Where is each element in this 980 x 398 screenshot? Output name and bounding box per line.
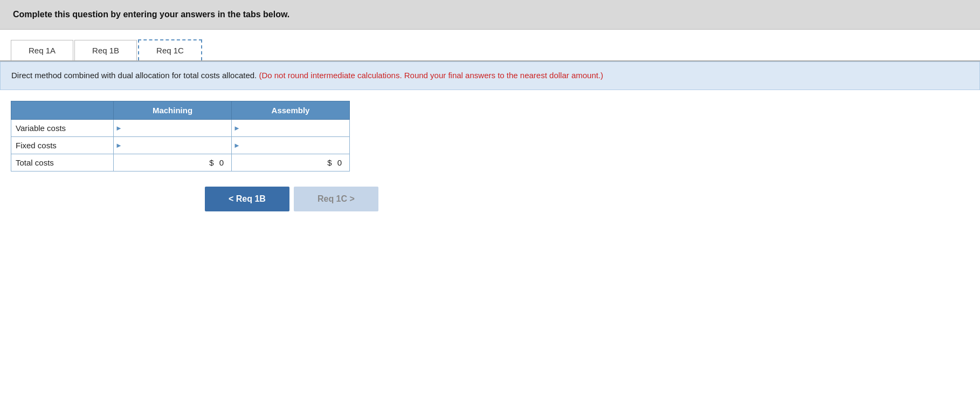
tab-req1c[interactable]: Req 1C: [138, 39, 202, 60]
cost-table: Machining Assembly Variable costs ► ► Fi…: [11, 101, 350, 171]
table-row: Variable costs ► ►: [11, 119, 350, 136]
fixed-machining-input[interactable]: [114, 137, 231, 154]
machining-dollar-sign: $: [209, 158, 213, 167]
next-label: Req 1C: [318, 194, 347, 203]
total-assembly-cell: $ 0: [232, 154, 350, 171]
fixed-machining-cell[interactable]: ►: [114, 136, 232, 154]
next-icon: >: [347, 194, 355, 203]
fixed-assembly-cell[interactable]: ►: [232, 136, 350, 154]
prev-button[interactable]: < Req 1B: [205, 187, 289, 211]
variable-machining-cell[interactable]: ►: [114, 119, 232, 136]
table-row: Fixed costs ► ►: [11, 136, 350, 154]
header-instruction: Complete this question by entering your …: [13, 10, 289, 19]
table-row: Total costs $ 0 $ 0: [11, 154, 350, 171]
col-header-empty: [11, 101, 114, 119]
variable-assembly-input[interactable]: [232, 120, 349, 136]
variable-machining-input[interactable]: [114, 120, 231, 136]
assembly-dollar-sign: $: [327, 158, 332, 167]
fixed-assembly-input[interactable]: [232, 137, 349, 154]
cost-table-section: Machining Assembly Variable costs ► ► Fi…: [0, 90, 980, 171]
total-machining-cell: $ 0: [114, 154, 232, 171]
machining-total-value: 0: [219, 158, 224, 167]
arrow-icon-3: ►: [115, 141, 122, 149]
next-button[interactable]: Req 1C >: [294, 187, 378, 211]
arrow-icon-4: ►: [233, 141, 240, 149]
row-label-variable: Variable costs: [11, 119, 114, 136]
row-label-fixed: Fixed costs: [11, 136, 114, 154]
col-header-assembly: Assembly: [232, 101, 350, 119]
variable-assembly-cell[interactable]: ►: [232, 119, 350, 136]
nav-buttons-container: < Req 1B Req 1C >: [0, 171, 980, 211]
instructions-bar: Direct method combined with dual allocat…: [0, 61, 980, 90]
arrow-icon-2: ►: [233, 124, 240, 132]
header-bar: Complete this question by entering your …: [0, 0, 980, 30]
prev-icon: <: [229, 194, 236, 203]
tabs-container: Req 1A Req 1B Req 1C: [0, 30, 980, 61]
assembly-total-value: 0: [337, 158, 342, 167]
row-label-total: Total costs: [11, 154, 114, 171]
tab-req1a[interactable]: Req 1A: [11, 40, 73, 60]
instructions-note: (Do not round intermediate calculations.…: [259, 71, 603, 80]
instructions-main: Direct method combined with dual allocat…: [11, 71, 259, 80]
arrow-icon-1: ►: [115, 124, 122, 132]
tab-req1b[interactable]: Req 1B: [74, 40, 137, 60]
prev-label: Req 1B: [236, 194, 266, 203]
col-header-machining: Machining: [114, 101, 232, 119]
